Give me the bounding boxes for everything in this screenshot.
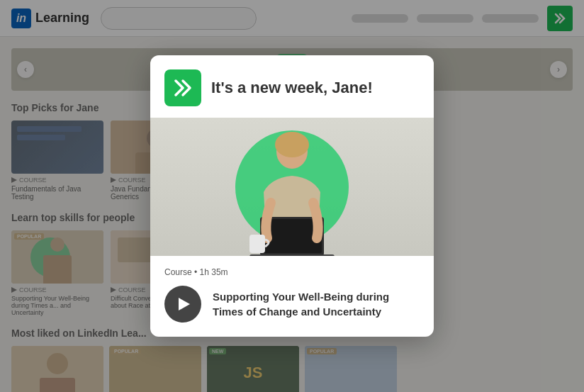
modal-overlay[interactable]: It's a new week, Jane!	[0, 0, 584, 392]
modal-greeting: It's a new week, Jane!	[211, 79, 373, 97]
svg-rect-23	[249, 254, 335, 256]
play-button[interactable]	[164, 286, 201, 323]
modal-hero-image	[150, 118, 434, 256]
modal-header: It's a new week, Jane!	[150, 55, 434, 118]
modal-body: Course • 1h 35m Supporting Your Well-Bei…	[150, 256, 434, 337]
play-triangle-icon	[179, 298, 190, 310]
modal-dialog: It's a new week, Jane!	[150, 55, 434, 337]
modal-logo	[164, 69, 201, 106]
modal-course-title: Supporting Your Well-Being during Times …	[213, 289, 420, 319]
modal-flexis-icon	[170, 75, 196, 101]
svg-point-20	[275, 132, 309, 157]
svg-rect-24	[249, 235, 265, 253]
modal-hero-person-svg	[235, 125, 349, 256]
modal-course-content: Supporting Your Well-Being during Times …	[164, 286, 420, 323]
modal-course-meta: Course • 1h 35m	[164, 267, 420, 277]
